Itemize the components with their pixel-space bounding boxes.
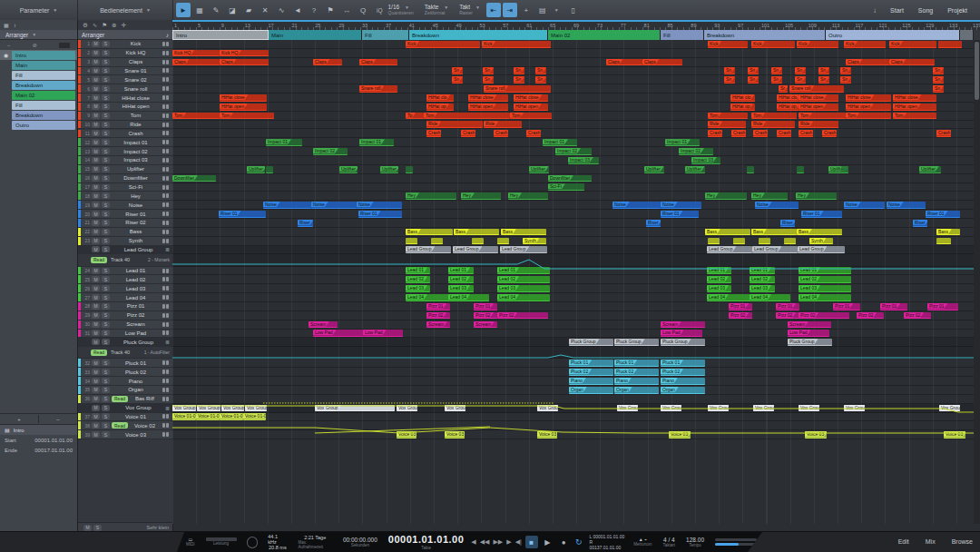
track-row-uplifter[interactable]: 15MSUplifter <box>78 165 172 174</box>
solo-button[interactable]: S <box>102 238 110 244</box>
clip-lead-group[interactable]: Lead Group <box>752 246 798 253</box>
clip-sn[interactable]: Sn <box>771 67 782 74</box>
clip-claps[interactable]: Claps <box>313 59 342 66</box>
solo-button[interactable]: S <box>102 396 110 402</box>
clip-crash[interactable]: Crash <box>936 130 951 137</box>
timeline-ruler[interactable]: 1591317212529333741454953576165697377818… <box>172 20 980 30</box>
sidebar-section-breakdown[interactable]: Breakdown <box>0 110 77 120</box>
mute-button[interactable]: M <box>92 396 100 402</box>
info-icon[interactable]: i <box>15 23 15 28</box>
zoom-tool-icon[interactable]: Q <box>356 3 370 17</box>
keyboard-icon[interactable] <box>59 43 70 48</box>
transport-nav-4-button[interactable]: ◀| <box>515 538 522 546</box>
clip[interactable] <box>747 166 754 173</box>
clip-vox-group[interactable]: Vox Group <box>939 405 960 412</box>
clip-voice-03[interactable]: Voice 03 <box>445 431 465 439</box>
track-row-pizz-02[interactable]: 29MSPizz 02 <box>78 311 172 320</box>
arranger-lane-section-fill[interactable]: Fill <box>661 30 704 40</box>
master-solo-button[interactable]: S <box>93 525 102 531</box>
clip-lead-04[interactable]: Lead 04 <box>448 294 489 301</box>
mute-button[interactable]: M <box>92 41 100 47</box>
track-row-impact-01[interactable]: 12MSImpact 01 <box>78 138 172 147</box>
transport-nav-2-button[interactable]: ▶▶ <box>493 538 503 546</box>
clip-bass[interactable]: Bass <box>454 229 499 236</box>
clip-voice-03[interactable]: Voice 03 <box>537 431 557 439</box>
clip-impact-03[interactable]: Impact 03 <box>568 157 599 164</box>
track-row-claps[interactable]: 3MSClaps <box>78 58 172 67</box>
download-icon[interactable]: ↓ <box>867 3 882 17</box>
song-page-button[interactable]: Song <box>918 7 933 14</box>
clip-scream[interactable]: Scream <box>309 321 338 329</box>
clip-vox-group[interactable]: Vox Group <box>397 405 417 412</box>
clip-crash[interactable]: Crash <box>799 130 813 137</box>
track-row-snare-01[interactable]: 4MSSnare 01 <box>78 67 172 76</box>
clip-low-pad[interactable]: Low Pad <box>661 330 702 337</box>
iq-toggle[interactable]: iQ <box>377 7 383 14</box>
track-row-track-40[interactable]: ReadTrack 401 - AutoFilter <box>78 347 172 359</box>
clip-hihat-open[interactable]: HiHat open <box>893 104 936 111</box>
read-automation-button[interactable]: Read <box>91 350 107 356</box>
track-tool-icon-3[interactable]: ⊕ <box>112 22 116 29</box>
track-row-lead-group[interactable]: MSLead Group≣ <box>78 246 172 255</box>
sidebar-section-main[interactable]: Main <box>0 60 77 70</box>
clip-hihat-open[interactable]: HiHat open <box>846 104 891 111</box>
mute-button[interactable]: M <box>92 276 100 282</box>
solo-button[interactable]: S <box>102 285 110 291</box>
clip-claps[interactable]: Claps <box>172 59 220 66</box>
marker-tool-icon[interactable]: ⚑ <box>323 3 338 17</box>
clip-hey[interactable]: Hey <box>751 192 788 200</box>
clip-bass[interactable]: Bass <box>705 229 750 236</box>
clip-crash[interactable]: Crash <box>494 130 508 137</box>
clip-sn[interactable]: Sn <box>795 67 806 74</box>
track-row-noise[interactable]: 19MSNoise <box>78 201 172 210</box>
clip-organ[interactable]: Organ <box>569 387 613 394</box>
clip-lead-01[interactable]: Lead 01 <box>707 267 731 274</box>
clip-lead-group[interactable]: Lead Group <box>707 246 752 253</box>
clip-to[interactable]: To <box>406 113 424 120</box>
clip-scream[interactable]: Scream <box>788 321 831 329</box>
clip-kick[interactable]: Kick <box>708 41 748 48</box>
clip-vox-group[interactable]: Vox Group <box>245 405 267 412</box>
sidebar-section-fill[interactable]: Fill <box>0 100 77 110</box>
clip-vox-group[interactable]: Vox Group <box>172 405 196 412</box>
solo-button[interactable]: S <box>102 276 110 282</box>
clip-pizz-01[interactable]: Pizz 01 <box>776 303 799 310</box>
clip-snare-roll[interactable]: Snare roll <box>484 85 551 93</box>
solo-button[interactable]: S <box>102 94 110 101</box>
clip-sn[interactable]: Sn <box>535 76 546 84</box>
track-row-scream[interactable]: 30MSScream <box>78 320 172 330</box>
clip-lead-04[interactable]: Lead 04 <box>406 294 449 301</box>
clip-lead-01[interactable]: Lead 01 <box>406 267 430 274</box>
clip-synth[interactable]: Synth <box>523 238 546 245</box>
seconds-display[interactable]: 00:00:00.000 Sekunden <box>343 537 377 548</box>
clip-low-pad[interactable]: Low Pad <box>788 330 829 337</box>
clip-pizz-02[interactable]: Pizz 02 <box>474 312 497 320</box>
mute-button[interactable]: M <box>92 378 100 384</box>
arranger-lane-section-outro[interactable]: Outro <box>826 30 960 40</box>
mute-button[interactable]: M <box>92 238 100 244</box>
clip-sn[interactable]: Sn <box>724 76 735 84</box>
parameter-dropdown[interactable]: Parameter ▼ <box>0 0 78 20</box>
help-tool-icon[interactable]: ? <box>307 3 321 17</box>
clip-pluck-02[interactable]: Pluck 02 <box>569 369 613 376</box>
clip-vox-group[interactable]: Vox Group <box>617 405 638 412</box>
clip-voice-01-01[interactable]: Voice 01-01 <box>220 413 243 420</box>
clip[interactable] <box>406 238 417 245</box>
clip-sn[interactable]: Sn <box>514 76 524 84</box>
solo-button[interactable]: S <box>102 360 110 366</box>
clip-downfilter[interactable]: Downfilter <box>548 175 592 182</box>
clip-hihat-op[interactable]: HiHat op <box>777 104 799 111</box>
mute-button[interactable]: M <box>92 130 100 136</box>
minus-button[interactable]: − <box>7 43 11 48</box>
track-row-lead-03[interactable]: 26MSLead 03 <box>78 284 172 293</box>
solo-button[interactable]: S <box>102 312 110 319</box>
mute-button[interactable]: M <box>92 50 100 56</box>
track-row-hey[interactable]: 18MSHey <box>78 192 172 201</box>
track-height-select[interactable]: Sehr klein <box>147 525 169 530</box>
track-row-impact-03[interactable]: 14MSImpact 03 <box>78 156 172 165</box>
clip[interactable] <box>472 238 484 245</box>
clip-pizz-02[interactable]: Pizz 02 <box>776 312 799 320</box>
mute-button[interactable]: M <box>92 76 100 83</box>
lock-icon[interactable]: ⊘ <box>33 42 37 48</box>
clip-hihat-close[interactable]: HiHat close <box>846 94 891 102</box>
